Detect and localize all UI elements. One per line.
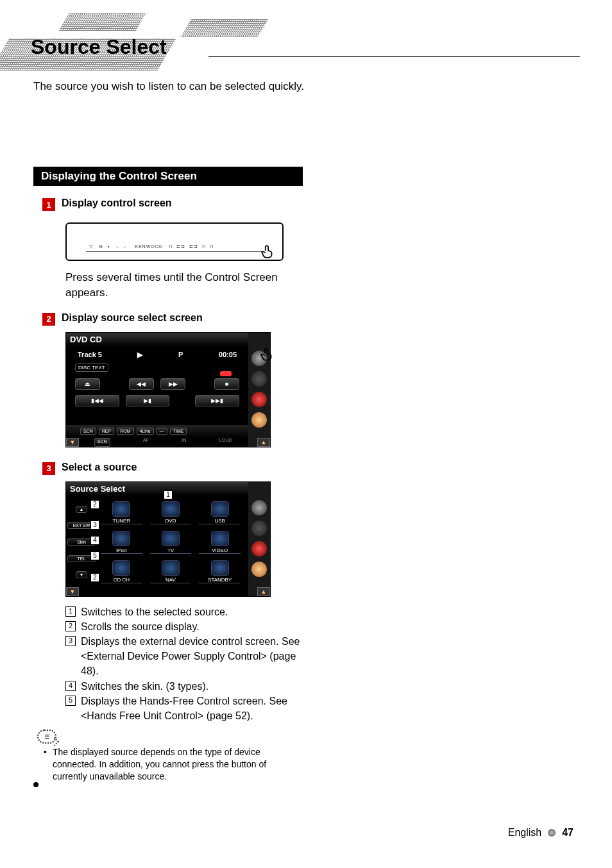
- step-title: Display control screen: [62, 197, 172, 209]
- standby-source-button[interactable]: STANDBY: [199, 559, 241, 585]
- next-button[interactable]: ▶▶▮: [195, 395, 239, 406]
- callout-text: Switches the skin. (3 types).: [81, 679, 303, 694]
- decor-hatch: [181, 19, 268, 37]
- callout-4: 4: [90, 536, 99, 545]
- side-icon[interactable]: [251, 500, 267, 515]
- corner-down-button[interactable]: ▼: [66, 438, 79, 447]
- shot-title: Source Select: [70, 484, 125, 494]
- step-3: 3 Select a source: [42, 462, 303, 475]
- corner-up-button[interactable]: ▲: [257, 587, 270, 596]
- page-number: 47: [562, 827, 574, 839]
- device-brand: ▽ ⊟ ∘ ⌢ ⌢ KENWOOD ⊓ ⊏⊐ ⊏⊐ ⊓ ⊓: [89, 244, 260, 249]
- play-icon: ▶: [137, 351, 142, 359]
- side-icon[interactable]: [251, 371, 267, 387]
- page-title: Source Select: [31, 35, 167, 59]
- callout-5: 5: [90, 551, 99, 560]
- callout-text: Displays the external device control scr…: [81, 634, 303, 679]
- touch-icon: [259, 346, 275, 366]
- sidebar: [248, 482, 270, 596]
- rewind-button[interactable]: ◀◀: [129, 378, 154, 390]
- step-title: Display source select screen: [62, 312, 203, 324]
- corner-down-button[interactable]: ▼: [66, 587, 79, 596]
- callout-2: 2: [90, 500, 99, 509]
- callout-text: Switches to the selected source.: [81, 605, 303, 619]
- side-icon[interactable]: [251, 562, 267, 577]
- callout-list: 1Switches to the selected source. 2Scrol…: [65, 605, 303, 724]
- callout-num: 1: [65, 606, 76, 617]
- callout-text: Scrolls the source display.: [81, 619, 303, 634]
- step-number: 1: [42, 198, 55, 211]
- dvd-source-button[interactable]: DVD: [150, 500, 192, 526]
- shot-title: DVD CD: [70, 335, 102, 344]
- playpause-button[interactable]: ▶▮: [126, 395, 170, 406]
- bullet-icon: •: [44, 746, 49, 783]
- section-heading: Displaying the Control Screen: [33, 167, 303, 186]
- stop-button[interactable]: ■: [214, 378, 239, 390]
- tv-source-button[interactable]: TV: [150, 530, 192, 555]
- p-indicator: P: [178, 351, 183, 359]
- callout-num: 4: [65, 681, 76, 691]
- callout-1: 1: [164, 490, 173, 499]
- side-icon[interactable]: [251, 392, 267, 407]
- in-indicator: IN: [182, 438, 186, 447]
- touch-icon: [259, 243, 276, 263]
- side-icon[interactable]: [251, 541, 267, 556]
- step-1: 1 Display control screen: [42, 197, 303, 211]
- video-source-button[interactable]: VIDEO: [199, 530, 241, 555]
- eject-button[interactable]: ⏏: [75, 378, 100, 390]
- page-footer: English 47: [508, 827, 574, 839]
- loud-indicator: LOUD: [219, 438, 232, 447]
- left-column: Displaying the Control Screen 1 Display …: [33, 167, 303, 783]
- source-select-figure: Source Select 10:10 ▲ EXT SW Skin TEL ▼ …: [65, 481, 271, 597]
- blank-tab[interactable]: —: [157, 428, 167, 435]
- note-icon: [37, 730, 56, 744]
- fourline-tab[interactable]: 4Line: [137, 428, 154, 435]
- control-screen-figure: DVD CD 10:10 Track 5 ▶ P 00:05 DISC TEXT: [65, 332, 271, 447]
- callout-num: 5: [65, 696, 76, 706]
- step-number: 2: [42, 313, 55, 326]
- side-icon[interactable]: [251, 412, 267, 428]
- rep-tab[interactable]: REP: [99, 428, 114, 435]
- step-title: Select a source: [62, 462, 137, 473]
- footer-lang: English: [508, 827, 541, 839]
- usb-source-button[interactable]: USB: [199, 500, 241, 526]
- decor-hatch: [59, 13, 146, 31]
- callout-2: 2: [90, 573, 99, 582]
- scroll-down-button[interactable]: ▼: [76, 571, 87, 578]
- intro-text: The source you wish to listen to can be …: [33, 80, 304, 93]
- disc-text-button[interactable]: DISC TEXT: [75, 363, 108, 372]
- side-icon[interactable]: [251, 521, 267, 536]
- callout-num: 2: [65, 621, 76, 631]
- callout-3: 3: [90, 521, 99, 530]
- device-figure: ▽ ⊟ ∘ ⌢ ⌢ KENWOOD ⊓ ⊏⊐ ⊏⊐ ⊓ ⊓: [65, 222, 284, 261]
- step-1-body: Press several times until the Control Sc…: [65, 270, 303, 301]
- indicator: [220, 371, 232, 376]
- tuner-source-button[interactable]: TUNER: [101, 500, 142, 526]
- af-indicator: AF: [143, 438, 149, 447]
- page: Source Select The source you wish to lis…: [0, 0, 612, 868]
- callout-text: Displays the Hands-Free Control screen. …: [81, 694, 303, 723]
- title-rule: [208, 56, 580, 57]
- decor-dot: [33, 782, 38, 787]
- time-tab[interactable]: TIME: [170, 428, 187, 435]
- nav-source-button[interactable]: NAV: [150, 559, 192, 585]
- corner-up-button[interactable]: ▲: [257, 438, 270, 447]
- rom-tab[interactable]: ROM: [117, 428, 133, 435]
- scn-tab[interactable]: SCN: [80, 428, 96, 435]
- fastfwd-button[interactable]: ▶▶: [160, 378, 185, 390]
- scn2-tab[interactable]: SCN: [94, 438, 110, 447]
- elapsed-time: 00:05: [219, 351, 237, 359]
- prev-button[interactable]: ▮◀◀: [75, 395, 119, 406]
- scroll-up-button[interactable]: ▲: [76, 506, 87, 513]
- note-text: The displayed source depends on the type…: [53, 746, 303, 783]
- callout-num: 3: [65, 636, 76, 646]
- ipod-source-button[interactable]: iPod: [101, 530, 142, 555]
- step-2: 2 Display source select screen: [42, 312, 303, 326]
- track-label: Track 5: [78, 351, 102, 359]
- cdch-source-button[interactable]: CD CH: [101, 559, 142, 585]
- step-number: 3: [42, 462, 55, 475]
- footer-dot-icon: [548, 829, 556, 837]
- note-list: •The displayed source depends on the typ…: [44, 746, 303, 783]
